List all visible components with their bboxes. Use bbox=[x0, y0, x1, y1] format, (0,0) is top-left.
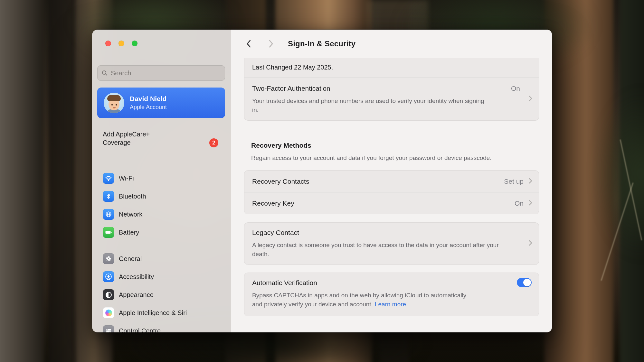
description-text: Bypass CAPTCHAs in apps and on the web b… bbox=[252, 292, 466, 308]
section-title: Recovery Methods bbox=[251, 141, 539, 150]
row-title: Two-Factor Authentication bbox=[252, 84, 487, 93]
legacy-contact-row[interactable]: Legacy Contact A legacy contact is someo… bbox=[244, 223, 539, 265]
sidebar-item-label: Control Centre bbox=[119, 327, 161, 333]
sidebar-item-accessibility[interactable]: Accessibility bbox=[92, 268, 231, 286]
close-button[interactable] bbox=[105, 41, 111, 46]
profile-subtitle: Apple Account bbox=[130, 104, 167, 111]
sidebar-item-battery[interactable]: Battery bbox=[92, 223, 231, 241]
section-description: Regain access to your account and data i… bbox=[251, 153, 496, 162]
sidebar-item-appearance[interactable]: Appearance bbox=[92, 286, 231, 304]
gear-icon bbox=[103, 253, 114, 264]
control-centre-icon bbox=[103, 325, 114, 332]
forward-button[interactable] bbox=[267, 39, 276, 49]
chevron-right-icon bbox=[529, 96, 532, 103]
search-icon bbox=[101, 70, 108, 76]
last-changed-text: Last Changed 22 May 2025. bbox=[244, 58, 539, 78]
tree-trunk bbox=[48, 0, 76, 362]
sidebar-item-general[interactable]: General bbox=[92, 250, 231, 268]
avatar bbox=[104, 93, 124, 113]
siri-icon bbox=[103, 307, 114, 318]
sidebar-item-apple-intelligence-siri[interactable]: Apple Intelligence & Siri bbox=[92, 304, 231, 322]
automatic-verification-row: Automatic Verification Bypass CAPTCHAs i… bbox=[244, 273, 539, 316]
two-factor-row[interactable]: Two-Factor Authentication Your trusted d… bbox=[244, 78, 539, 120]
chevron-right-icon bbox=[529, 240, 532, 247]
row-title: Legacy Contact bbox=[252, 228, 513, 237]
learn-more-link[interactable]: Learn more... bbox=[375, 301, 411, 308]
scroll-area[interactable]: Last Changed 22 May 2025. Two-Factor Aut… bbox=[231, 58, 552, 332]
profile-name: David Nield bbox=[130, 95, 167, 103]
row-title: Recovery Key bbox=[252, 200, 515, 207]
sidebar-item-label: Wi-Fi bbox=[119, 175, 134, 182]
search-input[interactable] bbox=[111, 70, 221, 77]
appearance-icon bbox=[103, 289, 114, 300]
bluetooth-icon bbox=[103, 191, 114, 202]
sidebar-item-bluetooth[interactable]: Bluetooth bbox=[92, 187, 231, 205]
sidebar-item-network[interactable]: Network bbox=[92, 205, 231, 223]
notification-badge: 2 bbox=[209, 138, 218, 147]
window-controls bbox=[105, 41, 137, 46]
row-description: Your trusted devices and phone numbers a… bbox=[252, 97, 487, 115]
row-title: Recovery Contacts bbox=[252, 178, 504, 185]
recovery-methods-section: Recovery Methods Regain access to your a… bbox=[251, 141, 539, 162]
content-pane: Sign-In & Security Last Changed 22 May 2… bbox=[231, 30, 552, 332]
chevron-right-icon bbox=[529, 200, 532, 207]
page-title: Sign-In & Security bbox=[288, 39, 355, 48]
recovery-key-status: On bbox=[515, 200, 524, 207]
accessibility-icon bbox=[103, 271, 114, 282]
sidebar: David Nield Apple Account Add AppleCare+… bbox=[92, 30, 231, 332]
row-title: Automatic Verification bbox=[252, 279, 494, 287]
search-field bbox=[97, 65, 225, 81]
battery-icon bbox=[103, 227, 114, 238]
sidebar-item-control-centre[interactable]: Control Centre bbox=[92, 322, 231, 332]
globe-icon bbox=[103, 209, 114, 220]
sidebar-item-label: Accessibility bbox=[119, 273, 154, 281]
sidebar-item-label: Bluetooth bbox=[119, 193, 146, 200]
password-card: Last Changed 22 May 2025. Two-Factor Aut… bbox=[244, 58, 539, 121]
row-description: Bypass CAPTCHAs in apps and on the web b… bbox=[252, 291, 474, 309]
sidebar-item-apple-account[interactable]: David Nield Apple Account bbox=[97, 88, 225, 118]
system-settings-window: David Nield Apple Account Add AppleCare+… bbox=[92, 30, 552, 332]
sidebar-item-label: Apple Intelligence & Siri bbox=[119, 309, 187, 317]
sidebar-item-label: Battery bbox=[119, 229, 139, 236]
zoom-button[interactable] bbox=[132, 41, 137, 46]
legacy-contact-card: Legacy Contact A legacy contact is someo… bbox=[244, 222, 539, 265]
back-button[interactable] bbox=[244, 39, 253, 49]
applecare-label: Add AppleCare+ Coverage bbox=[103, 130, 164, 147]
toggle-knob bbox=[523, 279, 531, 286]
sidebar-item-label: General bbox=[119, 255, 142, 263]
automatic-verification-toggle[interactable] bbox=[517, 278, 532, 287]
recovery-key-row[interactable]: Recovery Key On bbox=[244, 192, 539, 214]
minimize-button[interactable] bbox=[118, 41, 124, 46]
recovery-contacts-row[interactable]: Recovery Contacts Set up bbox=[244, 171, 539, 192]
sidebar-group-system: General Accessibility Appearance bbox=[92, 250, 231, 332]
chevron-right-icon bbox=[529, 178, 532, 185]
sidebar-item-wifi[interactable]: Wi-Fi bbox=[92, 169, 231, 187]
row-description: A legacy contact is someone you trust to… bbox=[252, 241, 507, 259]
sidebar-item-label: Appearance bbox=[119, 291, 154, 299]
recovery-card: Recovery Contacts Set up Recovery Key On bbox=[244, 170, 539, 214]
two-factor-status: On bbox=[511, 84, 520, 93]
wifi-icon bbox=[103, 173, 114, 184]
sidebar-item-applecare[interactable]: Add AppleCare+ Coverage 2 bbox=[97, 130, 225, 147]
sidebar-group-connectivity: Wi-Fi Bluetooth Network bbox=[92, 169, 231, 241]
tree-trunk bbox=[0, 0, 47, 362]
automatic-verification-card: Automatic Verification Bypass CAPTCHAs i… bbox=[244, 273, 539, 316]
recovery-contacts-status: Set up bbox=[504, 178, 524, 185]
content-header: Sign-In & Security bbox=[231, 30, 552, 58]
sidebar-item-label: Network bbox=[119, 211, 142, 218]
